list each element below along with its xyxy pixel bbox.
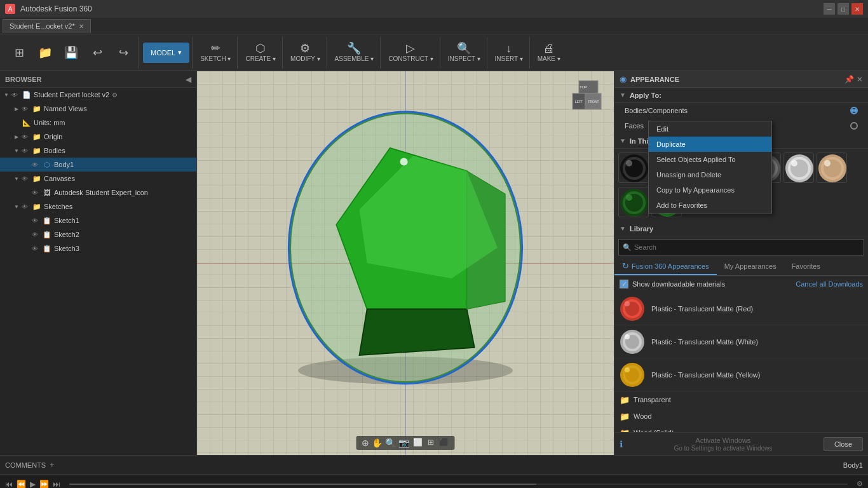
timeline-next-icon[interactable]: ⏭ xyxy=(53,480,60,489)
material-item-yellow[interactable]: Plastic - Translucent Matte (Yellow) xyxy=(614,358,868,391)
tree-canvas-item[interactable]: ▶ 👁 🖼 Autodesk Student Expert_icon xyxy=(0,186,196,200)
menu-item-edit[interactable]: Edit xyxy=(649,121,771,137)
nav-cube[interactable]: TOP LEFT FRONT xyxy=(569,78,607,116)
viewport-pan-icon[interactable]: ✋ xyxy=(372,438,383,448)
viewport-orbit-icon[interactable]: ⊕ xyxy=(362,438,369,448)
library-header[interactable]: ▼ Library xyxy=(614,221,868,236)
named-views-toggle[interactable]: ▶ xyxy=(13,105,20,112)
eye-icon-sketch1[interactable]: 👁 xyxy=(32,216,41,225)
cancel-downloads-link[interactable]: Cancel all Downloads xyxy=(796,280,863,288)
tree-sketch2[interactable]: ▶ 👁 📋 Sketch2 xyxy=(0,227,196,241)
inspect-label: INSPECT ▾ xyxy=(448,55,480,62)
timeline-prev-icon[interactable]: ⏮ xyxy=(5,480,13,489)
tree-root[interactable]: ▼ 👁 📄 Student Expert locket v2 ⚙ xyxy=(0,88,196,102)
sketch-button[interactable]: ✏ SKETCH ▾ xyxy=(196,39,234,67)
mode-button[interactable]: MODEL ▾ xyxy=(143,43,189,63)
add-comment-icon[interactable]: + xyxy=(50,461,54,470)
folder-wood[interactable]: 📁 Wood xyxy=(614,408,868,424)
tab-my-appearances[interactable]: My Appearances xyxy=(717,258,784,275)
material-item-red[interactable]: Plastic - Translucent Matte (Red) xyxy=(614,292,868,325)
undo-button[interactable]: ↩ xyxy=(85,39,110,67)
file-tab[interactable]: Student E...ocket v2* ✕ xyxy=(3,19,91,33)
search-input[interactable] xyxy=(634,243,860,251)
close-button[interactable]: ✕ xyxy=(851,3,863,15)
apply-to-header[interactable]: ▼ Apply To: xyxy=(614,88,868,103)
make-button[interactable]: 🖨 MAKE ▾ xyxy=(534,39,564,67)
browser-collapse-icon[interactable]: ◀ xyxy=(186,75,191,84)
timeline-forward-icon[interactable]: ⏩ xyxy=(39,480,49,489)
tree-origin[interactable]: ▶ 👁 📁 Origin xyxy=(0,130,196,144)
folder-wood-solid[interactable]: 📁 Wood (Solid) xyxy=(614,424,868,432)
thumb-7[interactable] xyxy=(817,152,847,183)
tree-bodies[interactable]: ▼ 👁 📁 Bodies xyxy=(0,144,196,158)
sketches-toggle[interactable]: ▼ xyxy=(13,203,20,210)
window-controls[interactable]: ─ □ ✕ xyxy=(824,3,863,15)
menu-item-select-objects[interactable]: Select Objects Applied To xyxy=(649,152,771,167)
viewport[interactable]: TOP LEFT FRONT ⊕ ✋ 🔍 📷 ⬜ ⊞ ⬛ xyxy=(197,71,614,455)
search-icon: 🔍 xyxy=(623,243,632,252)
eye-icon-sketches[interactable]: 👁 xyxy=(22,202,31,211)
folder-icon-canvases: 📁 xyxy=(32,173,42,184)
tree-canvases[interactable]: ▼ 👁 📁 Canvases xyxy=(0,172,196,186)
material-item-white[interactable]: Plastic - Translucent Matte (White) xyxy=(614,325,868,358)
assemble-button[interactable]: 🔧 ASSEMBLE ▾ xyxy=(331,39,378,67)
eye-icon-sketch2[interactable]: 👁 xyxy=(32,230,41,239)
eye-icon-sketch3[interactable]: 👁 xyxy=(32,244,41,253)
radio-faces[interactable] xyxy=(850,122,858,130)
eye-icon-origin[interactable]: 👁 xyxy=(22,132,31,141)
timeline-settings-icon[interactable]: ⚙ xyxy=(857,480,863,488)
eye-icon-canvases[interactable]: 👁 xyxy=(22,174,31,183)
viewport-cube-icon[interactable]: ⬛ xyxy=(438,438,450,448)
menu-item-copy[interactable]: Copy to My Appearances xyxy=(649,182,771,198)
modify-button[interactable]: ⚙ MODIFY ▾ xyxy=(287,39,323,67)
settings-icon-root[interactable]: ⚙ xyxy=(112,92,118,98)
menu-item-duplicate[interactable]: Duplicate xyxy=(649,137,771,152)
folder-transparent[interactable]: 📁 Transparent xyxy=(614,391,868,408)
redo-button[interactable]: ↪ xyxy=(111,39,136,67)
tree-units[interactable]: ▶ 📐 Units: mm xyxy=(0,116,196,130)
bodies-toggle[interactable]: ▼ xyxy=(13,147,20,154)
thumb-8[interactable] xyxy=(618,187,649,217)
eye-icon-body1[interactable]: 👁 xyxy=(32,160,41,169)
insert-button[interactable]: ↓ INSERT ▾ xyxy=(491,39,527,67)
timeline-play-icon[interactable]: ▶ xyxy=(30,480,36,489)
minimize-button[interactable]: ─ xyxy=(824,3,835,15)
viewport-grid-icon[interactable]: ⊞ xyxy=(426,438,435,448)
downloadable-checkbox[interactable]: ✓ xyxy=(620,280,628,288)
tab-favorites[interactable]: Favorites xyxy=(784,258,828,275)
viewport-display-icon[interactable]: ⬜ xyxy=(412,438,424,448)
maximize-button[interactable]: □ xyxy=(837,3,849,15)
eye-icon-root[interactable]: 👁 xyxy=(11,90,20,99)
menu-item-unassign[interactable]: Unassign and Delete xyxy=(649,167,771,182)
save-button[interactable]: 💾 xyxy=(58,39,84,67)
viewport-zoom-icon[interactable]: 🔍 xyxy=(385,438,396,448)
thumb-1[interactable] xyxy=(618,152,649,183)
menu-item-favorites[interactable]: Add to Favorites xyxy=(649,198,771,213)
panel-close-icon[interactable]: ✕ xyxy=(857,75,863,84)
root-toggle[interactable]: ▼ xyxy=(3,91,10,98)
eye-icon-named-views[interactable]: 👁 xyxy=(22,104,31,113)
inspect-button[interactable]: 🔍 INSPECT ▾ xyxy=(444,39,484,67)
open-button[interactable]: 📁 xyxy=(32,39,58,67)
timeline-track[interactable] xyxy=(69,484,848,485)
tree-sketch1[interactable]: ▶ 👁 📋 Sketch1 xyxy=(0,214,196,227)
viewport-camera-icon[interactable]: 📷 xyxy=(398,438,409,448)
radio-bodies[interactable] xyxy=(850,107,858,114)
grid-button[interactable]: ⊞ xyxy=(6,39,32,67)
tree-body1[interactable]: ▶ 👁 ⬡ Body1 xyxy=(0,158,196,172)
tree-sketch3[interactable]: ▶ 👁 📋 Sketch3 xyxy=(0,241,196,255)
eye-icon-canvas-item[interactable]: 👁 xyxy=(32,188,41,197)
timeline-back-icon[interactable]: ⏪ xyxy=(17,480,26,489)
origin-toggle[interactable]: ▶ xyxy=(13,133,20,140)
create-button[interactable]: ⬡ CREATE ▾ xyxy=(241,39,280,67)
panel-close-button[interactable]: Close xyxy=(824,437,863,451)
panel-pin-icon[interactable]: 📌 xyxy=(844,75,854,84)
canvases-toggle[interactable]: ▼ xyxy=(13,175,20,182)
tree-named-views[interactable]: ▶ 👁 📁 Named Views xyxy=(0,102,196,116)
tree-sketches[interactable]: ▼ 👁 📁 Sketches xyxy=(0,200,196,214)
eye-icon-bodies[interactable]: 👁 xyxy=(22,146,31,155)
tab-fusion-appearances[interactable]: ↻ Fusion 360 Appearances xyxy=(614,258,717,275)
tab-close-icon[interactable]: ✕ xyxy=(79,23,84,30)
construct-button[interactable]: ▷ CONSTRUCT ▾ xyxy=(384,39,437,67)
thumb-6[interactable] xyxy=(783,152,814,183)
